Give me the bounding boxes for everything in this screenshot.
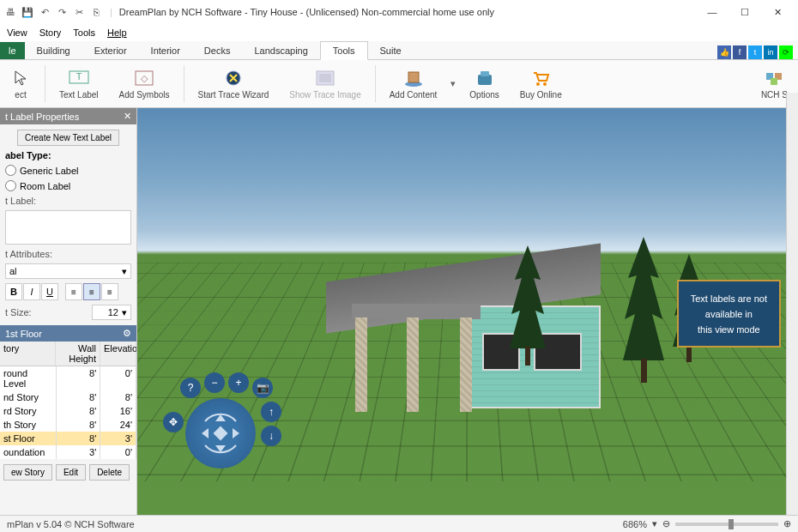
linkedin-icon[interactable]: in: [764, 45, 777, 59]
ribbon-start-trace[interactable]: Start Trace Wizard: [188, 60, 280, 107]
zoom-level: 686%: [623, 519, 647, 529]
tab-landscaping[interactable]: Landscaping: [242, 42, 319, 59]
nav-orbit-disc[interactable]: [185, 398, 256, 469]
tab-interior[interactable]: Interior: [139, 42, 192, 59]
table-row[interactable]: rd Story8'16': [0, 404, 136, 418]
save-icon[interactable]: 💾: [21, 5, 34, 19]
radio-generic-label[interactable]: Generic Label: [5, 165, 131, 176]
ribbon-text-label[interactable]: T Text Label: [49, 60, 109, 107]
svg-rect-18: [686, 345, 692, 362]
levels-header: 1st Floor ⚙: [0, 325, 136, 342]
redo-icon[interactable]: ↷: [55, 5, 69, 19]
ribbon-select[interactable]: ect: [0, 60, 41, 107]
print-icon[interactable]: 🖶: [3, 5, 17, 19]
navigation-disc: ? − + 📷 ✥ ↑ ↓: [163, 378, 283, 472]
italic-button[interactable]: I: [23, 283, 40, 300]
ribbon-add-symbols[interactable]: ◇ Add Symbols: [109, 60, 180, 107]
view-mode-callout: Text labels are not available in this vi…: [677, 280, 781, 348]
nav-zoom-out-button[interactable]: −: [204, 372, 225, 393]
nav-up-button[interactable]: ↑: [261, 402, 281, 422]
tab-suite[interactable]: Suite: [368, 42, 414, 59]
underline-button[interactable]: U: [41, 283, 58, 300]
ribbon-buy-online[interactable]: Buy Online: [510, 60, 572, 107]
label-type-heading: abel Type:: [5, 150, 131, 160]
tab-strip: le Building Exterior Interior Decks Land…: [0, 41, 798, 60]
tab-exterior[interactable]: Exterior: [82, 42, 139, 59]
copy-icon[interactable]: ⎘: [89, 5, 103, 19]
ribbon: ect T Text Label ◇ Add Symbols Start Tra…: [0, 60, 798, 108]
align-left-button[interactable]: ≡: [65, 283, 82, 300]
facebook-icon[interactable]: f: [733, 45, 747, 59]
twitter-icon[interactable]: t: [748, 45, 762, 59]
trace-wizard-icon: [223, 68, 244, 88]
nav-pan-button[interactable]: ✥: [163, 412, 184, 432]
tab-building[interactable]: Building: [25, 42, 82, 59]
maximize-button[interactable]: ☐: [735, 3, 755, 21]
menu-view[interactable]: View: [7, 27, 27, 38]
thumb-icon[interactable]: 👍: [717, 45, 731, 59]
menu-story[interactable]: Story: [39, 27, 62, 38]
tree-model[interactable]: [618, 237, 669, 383]
svg-rect-15: [771, 78, 777, 85]
table-row[interactable]: nd Story8'8': [0, 390, 136, 404]
add-content-dropdown[interactable]: ▾: [447, 78, 459, 89]
properties-sidebar: t Label Properties ✕ Create New Text Lab…: [0, 108, 137, 515]
tab-file[interactable]: le: [0, 42, 25, 59]
col-story[interactable]: tory: [0, 342, 56, 366]
font-select[interactable]: al▾: [5, 263, 131, 279]
text-size-spinner[interactable]: 12 ▾: [92, 305, 131, 320]
col-elevation[interactable]: Elevation: [100, 342, 136, 366]
table-row[interactable]: st Floor8'3': [0, 432, 136, 445]
close-button[interactable]: ✕: [767, 3, 788, 21]
minimize-button[interactable]: —: [702, 3, 722, 21]
levels-settings-icon[interactable]: ⚙: [123, 328, 131, 339]
zoom-out-button[interactable]: ⊖: [662, 518, 670, 529]
cut-icon[interactable]: ✂: [72, 5, 86, 19]
3d-viewport[interactable]: Text labels are not available in this vi…: [137, 108, 798, 515]
status-bar: mPlan v 5.04 © NCH Software 686% ▾ ⊖ ⊕: [0, 515, 798, 532]
tab-tools[interactable]: Tools: [320, 41, 368, 60]
nav-camera-button[interactable]: 📷: [252, 378, 273, 398]
zoom-dropdown-icon[interactable]: ▾: [652, 518, 657, 529]
vertical-scrollbar[interactable]: [786, 93, 798, 515]
delete-story-button[interactable]: Delete: [89, 464, 130, 481]
nav-help-button[interactable]: ?: [180, 378, 201, 398]
ribbon-add-content[interactable]: Add Content: [379, 60, 448, 107]
window-title: DreamPlan by NCH Software - Tiny House -…: [119, 7, 494, 17]
ribbon-options[interactable]: Options: [459, 60, 509, 107]
svg-point-12: [543, 82, 547, 86]
align-center-button[interactable]: ≡: [83, 283, 100, 300]
menu-tools[interactable]: Tools: [73, 27, 95, 38]
levels-table: tory Wall Height Elevation round Level8'…: [0, 342, 136, 459]
nav-zoom-in-button[interactable]: +: [228, 372, 249, 393]
radio-room-label[interactable]: Room Label: [5, 180, 131, 191]
title-separator: |: [110, 7, 112, 17]
menu-help[interactable]: Help: [107, 27, 127, 38]
svg-rect-17: [641, 359, 647, 383]
table-row[interactable]: th Story8'24': [0, 418, 136, 432]
table-row[interactable]: oundation3'0': [0, 445, 136, 459]
zoom-slider[interactable]: [675, 523, 778, 526]
svg-point-11: [536, 82, 540, 86]
table-row[interactable]: round Level8'0': [0, 366, 136, 390]
create-text-label-button[interactable]: Create New Text Label: [17, 130, 119, 146]
text-label-input[interactable]: [5, 210, 131, 245]
svg-text:T: T: [76, 71, 82, 82]
nav-down-button[interactable]: ↓: [261, 426, 281, 446]
align-right-button[interactable]: ≡: [101, 283, 118, 300]
text-size-label: t Size:: [5, 307, 32, 317]
panel-close-icon[interactable]: ✕: [124, 111, 131, 122]
col-wall-height[interactable]: Wall Height: [56, 342, 100, 366]
edit-story-button[interactable]: Edit: [56, 464, 86, 481]
tab-decks[interactable]: Decks: [192, 42, 243, 59]
ribbon-show-trace[interactable]: Show Trace Image: [279, 60, 371, 107]
undo-icon[interactable]: ↶: [38, 5, 51, 19]
zoom-in-button[interactable]: ⊕: [783, 518, 791, 529]
options-icon: [475, 68, 495, 88]
bold-button[interactable]: B: [5, 283, 22, 300]
menu-bar: View Story Tools Help: [0, 24, 798, 41]
share-icon[interactable]: ⟳: [779, 45, 793, 59]
tree-model[interactable]: [506, 245, 549, 366]
add-content-icon: [403, 68, 424, 88]
new-story-button[interactable]: ew Story: [3, 464, 52, 481]
